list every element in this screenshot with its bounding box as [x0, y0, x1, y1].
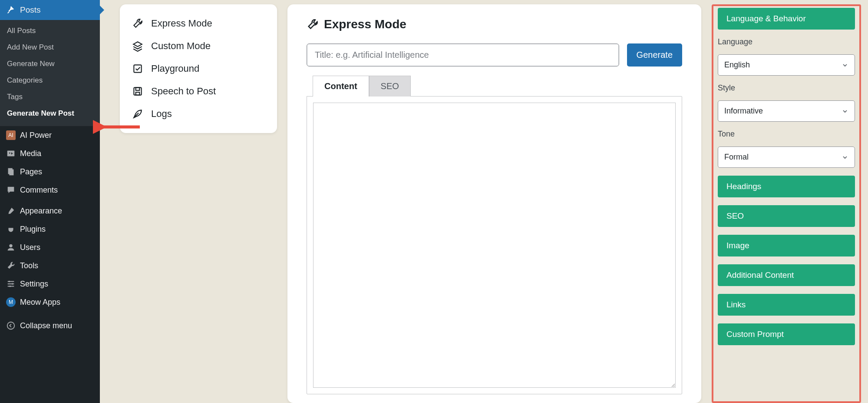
style-label: Style	[718, 83, 855, 93]
sidebar-item-plugins[interactable]: Plugins	[0, 220, 100, 238]
sidebar-item-users[interactable]: Users	[0, 238, 100, 256]
mode-label: Speech to Post	[151, 86, 216, 97]
tone-select-value: Formal	[724, 153, 749, 162]
collapse-menu-button[interactable]: Collapse menu	[0, 316, 100, 335]
sidebar-item-pages[interactable]: Pages	[0, 163, 100, 181]
wrench-icon	[132, 18, 143, 29]
editor-panel: Express Mode Generate Content SEO	[287, 4, 701, 403]
sidebar-item-meow-apps[interactable]: M Meow Apps	[0, 293, 100, 311]
tone-label: Tone	[718, 130, 855, 139]
sidebar-item-label: Media	[20, 149, 94, 158]
posts-submenu: All Posts Add New Post Generate New Cate…	[0, 20, 100, 126]
settings-custom-prompt-button[interactable]: Custom Prompt	[718, 323, 855, 345]
chevron-down-icon	[842, 62, 848, 69]
language-select[interactable]: English	[718, 54, 855, 76]
editor-body	[307, 96, 682, 394]
sidebar-item-posts[interactable]: Posts	[0, 0, 100, 20]
sidebar-item-comments[interactable]: Comments	[0, 181, 100, 199]
svg-point-1	[9, 153, 10, 154]
sliders-icon	[6, 279, 16, 289]
meow-icon: M	[6, 297, 16, 307]
submenu-generate-new[interactable]: Generate New	[0, 56, 100, 72]
wrench-icon	[6, 261, 16, 270]
media-icon	[6, 149, 16, 158]
tab-seo[interactable]: SEO	[369, 76, 411, 97]
tab-content[interactable]: Content	[313, 76, 369, 97]
pages-icon	[6, 167, 16, 177]
wp-admin-sidebar: Posts All Posts Add New Post Generate Ne…	[0, 0, 100, 403]
tone-select[interactable]: Formal	[718, 147, 855, 168]
submenu-all-posts[interactable]: All Posts	[0, 23, 100, 39]
editor-tabs: Content SEO	[313, 75, 682, 96]
main-content-area: Express Mode Custom Mode Playground Spee…	[100, 0, 868, 403]
mode-logs[interactable]: Logs	[129, 103, 267, 125]
check-square-icon	[132, 63, 143, 74]
sidebar-item-media[interactable]: Media	[0, 144, 100, 163]
svg-point-7	[9, 286, 11, 287]
svg-point-8	[7, 322, 15, 330]
chevron-down-icon	[842, 108, 848, 115]
sidebar-item-label: Appearance	[20, 206, 94, 216]
sidebar-item-ai-power[interactable]: AI AI Power	[0, 126, 100, 144]
generate-button[interactable]: Generate	[627, 43, 682, 67]
submenu-tags[interactable]: Tags	[0, 89, 100, 105]
svg-point-6	[12, 283, 13, 285]
mode-label: Playground	[151, 63, 199, 74]
collapse-icon	[6, 321, 16, 330]
feather-icon	[132, 108, 143, 120]
svg-rect-11	[134, 87, 141, 95]
mode-playground[interactable]: Playground	[129, 57, 267, 80]
save-icon	[132, 86, 143, 97]
mode-selection-panel: Express Mode Custom Mode Playground Spee…	[120, 4, 277, 133]
sidebar-item-label: Comments	[20, 186, 94, 195]
submenu-add-new-post[interactable]: Add New Post	[0, 39, 100, 56]
sidebar-item-label: Tools	[20, 261, 94, 270]
mode-custom[interactable]: Custom Mode	[129, 35, 267, 57]
svg-rect-12	[136, 87, 140, 90]
svg-rect-13	[136, 92, 140, 95]
settings-links-button[interactable]: Links	[718, 294, 855, 316]
title-row: Generate	[307, 43, 682, 67]
submenu-generate-new-post[interactable]: Generate New Post	[0, 105, 100, 122]
plug-icon	[6, 224, 16, 234]
mode-label: Custom Mode	[151, 40, 211, 52]
chevron-down-icon	[842, 154, 848, 161]
settings-panel: Language & Behavior Language English Sty…	[712, 4, 861, 403]
mode-label: Express Mode	[151, 18, 212, 29]
settings-image-button[interactable]: Image	[718, 235, 855, 256]
sidebar-item-label: Users	[20, 243, 94, 252]
wrench-icon	[307, 18, 319, 30]
editor-heading: Express Mode	[307, 17, 682, 31]
svg-rect-3	[9, 170, 13, 176]
sidebar-item-label: AI Power	[20, 131, 94, 140]
sidebar-item-label: Collapse menu	[20, 321, 94, 330]
language-select-value: English	[724, 60, 750, 70]
submenu-categories[interactable]: Categories	[0, 72, 100, 89]
sidebar-item-label: Posts	[20, 5, 94, 15]
brush-icon	[6, 206, 16, 216]
settings-headings-button[interactable]: Headings	[718, 176, 855, 197]
settings-seo-button[interactable]: SEO	[718, 205, 855, 227]
sidebar-item-tools[interactable]: Tools	[0, 256, 100, 275]
ai-power-icon: AI	[6, 130, 16, 140]
style-select-value: Informative	[724, 107, 763, 116]
page-title: Express Mode	[324, 17, 406, 31]
mode-express[interactable]: Express Mode	[129, 12, 267, 35]
layers-icon	[132, 40, 143, 52]
sidebar-item-settings[interactable]: Settings	[0, 275, 100, 293]
comments-icon	[6, 185, 16, 195]
content-textarea[interactable]	[313, 103, 676, 388]
settings-additional-content-button[interactable]: Additional Content	[718, 264, 855, 286]
svg-rect-0	[7, 151, 15, 157]
sidebar-item-label: Meow Apps	[20, 298, 94, 307]
sidebar-item-label: Plugins	[20, 225, 94, 234]
mode-speech-to-post[interactable]: Speech to Post	[129, 80, 267, 103]
style-select[interactable]: Informative	[718, 100, 855, 122]
svg-rect-10	[134, 65, 141, 72]
svg-point-4	[9, 244, 12, 247]
settings-language-behavior-button[interactable]: Language & Behavior	[718, 8, 855, 30]
sidebar-item-label: Settings	[20, 280, 94, 289]
pin-icon	[6, 5, 16, 15]
sidebar-item-appearance[interactable]: Appearance	[0, 202, 100, 220]
post-title-input[interactable]	[307, 43, 619, 67]
